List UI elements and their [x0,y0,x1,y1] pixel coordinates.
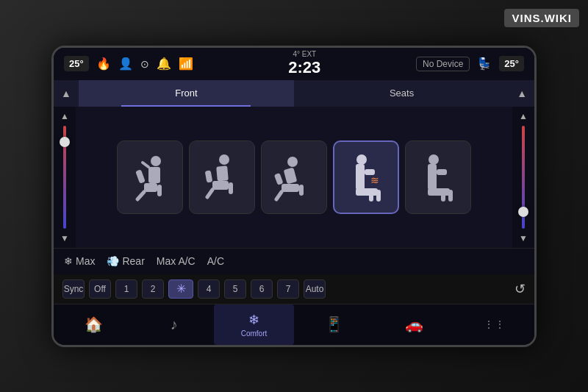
svg-rect-14 [283,167,297,184]
seat-position-1-icon [130,152,171,203]
max-ac-label: Max A/C [157,255,196,267]
svg-rect-26 [428,164,437,190]
svg-rect-22 [369,190,373,202]
seat-position-4[interactable]: ≋ [333,140,399,214]
seat-icon: 👤 [118,57,133,71]
seat-icons-area: ≋ [76,107,512,248]
svg-rect-29 [441,190,445,202]
recirculate-icon: ↺ [514,282,526,296]
fan-active-button[interactable]: ✳ [168,279,193,299]
fan-auto-button[interactable]: Auto [304,279,326,299]
recirculate-button[interactable]: ↺ [514,281,526,297]
nav-car[interactable]: 🚗 [374,304,454,345]
seat-position-2-icon [202,152,243,203]
seat-position-5-icon [418,152,459,203]
fan-speed-7[interactable]: 7 [277,279,299,299]
rear-label: Rear [122,255,144,267]
sync-button[interactable]: Sync [62,279,85,299]
ext-temp: 4° EXT [293,50,316,58]
right-slider-track [522,126,525,229]
ac-control[interactable]: A/C [207,255,224,267]
seat-right-icon: 💺 [477,57,492,71]
status-bar: 25° 🔥 👤 ⊙ 🔔 📶 4° EXT 2:23 No Device 💺 25… [54,48,534,80]
seat-position-1[interactable] [117,140,183,214]
svg-rect-31 [437,169,447,175]
max-control[interactable]: ❄ Max [64,255,95,267]
right-chevron-down[interactable]: ▼ [519,229,528,248]
right-chevron-up[interactable]: ▲ [519,107,528,126]
svg-line-18 [276,192,282,199]
rear-icon: 💨 [107,255,119,267]
nav-home[interactable]: 🏠 [54,304,134,345]
seat-position-5[interactable] [405,140,471,214]
rear-control[interactable]: 💨 Rear [107,255,144,267]
tab-chevron-left[interactable]: ▲ [54,80,79,107]
nav-phone[interactable]: 📱 [294,304,374,345]
fan-speed-4[interactable]: 4 [198,279,220,299]
infotainment-screen: 25° 🔥 👤 ⊙ 🔔 📶 4° EXT 2:23 No Device 💺 25… [51,46,537,347]
tab-front[interactable]: Front [79,80,294,107]
bell-icon: 🔔 [157,57,171,71]
nav-comfort[interactable]: ❄ Comfort [214,304,294,345]
status-left: 25° 🔥 👤 ⊙ 🔔 📶 [64,56,193,71]
bottom-nav: 🏠 ♪ ❄ Comfort 📱 🚗 ⋮⋮ [54,304,534,345]
left-chevron-down[interactable]: ▼ [60,229,69,248]
nav-menu[interactable]: ⋮⋮ [454,304,534,345]
left-chevron-up[interactable]: ▲ [60,107,69,126]
left-slider-thumb[interactable] [60,137,70,147]
svg-rect-10 [204,170,212,182]
svg-rect-30 [448,190,453,202]
svg-rect-9 [212,181,229,190]
fan-speed-1[interactable]: 1 [115,279,137,299]
off-button[interactable]: Off [89,279,111,299]
seat-position-2[interactable] [189,140,255,214]
ac-label: A/C [207,255,224,267]
seat-position-3[interactable] [261,140,327,214]
grid-icon: ⋮⋮ [484,318,506,330]
phone-icon: 📱 [325,316,343,333]
svg-line-5 [137,192,144,199]
main-content: ▲ ▼ [54,107,534,248]
tab-chevron-right[interactable]: ▲ [509,80,534,107]
comfort-label: Comfort [241,329,268,338]
svg-point-13 [287,157,298,167]
seat-position-3-icon [274,152,315,203]
right-slider-thumb[interactable] [518,207,528,217]
tab-row: ▲ Front Seats ▲ [54,80,534,107]
right-slider[interactable] [522,126,525,229]
heat-icon: 🔥 [96,57,111,71]
left-temp[interactable]: 25° [64,56,89,71]
svg-rect-4 [157,185,162,196]
fan-speed-5[interactable]: 5 [224,279,246,299]
profile-icon: ⊙ [140,58,149,70]
home-icon: 🏠 [85,316,103,333]
tab-seats[interactable]: Seats [294,80,509,107]
svg-rect-27 [428,188,450,196]
left-slider-col: ▲ ▼ [54,107,76,248]
svg-line-6 [143,163,148,167]
fan-speed-6[interactable]: 6 [251,279,273,299]
svg-rect-23 [376,190,381,202]
fan-row: Sync Off 1 2 ✳ 4 5 6 7 [54,274,534,304]
fan-spin-icon: ✳ [176,282,186,296]
svg-point-21 [356,154,367,165]
svg-rect-19 [356,164,365,190]
fan-speed-2[interactable]: 2 [142,279,164,299]
status-right: No Device 💺 25° [416,56,524,71]
svg-rect-20 [356,188,378,196]
max-label: Max [76,255,95,267]
max-ac-control[interactable]: Max A/C [157,255,196,267]
no-device-label: No Device [416,57,470,71]
svg-rect-3 [135,169,146,184]
right-temp[interactable]: 25° [499,56,524,71]
clock: 2:23 [288,58,320,77]
screen-content: 25° 🔥 👤 ⊙ 🔔 📶 4° EXT 2:23 No Device 💺 25… [54,48,534,345]
max-icon: ❄ [64,255,73,267]
nav-music[interactable]: ♪ [134,304,214,345]
comfort-icon: ❄ [248,312,259,328]
status-center: 4° EXT 2:23 [288,50,320,77]
left-slider[interactable] [63,126,66,229]
svg-point-7 [219,154,229,165]
watermark: VINS.WIKI [504,9,579,27]
svg-line-12 [207,190,212,197]
